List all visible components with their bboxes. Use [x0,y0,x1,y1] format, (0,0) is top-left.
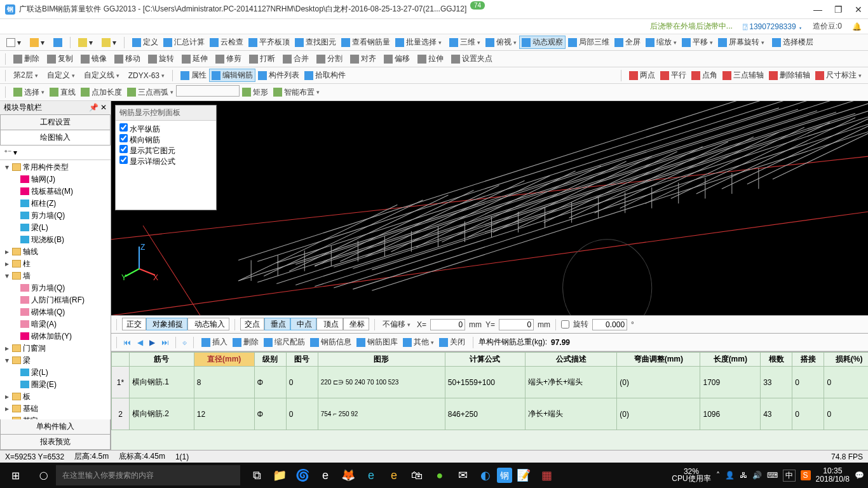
tb-设置夹点[interactable]: 设置夹点 [449,52,495,65]
task-app-1[interactable]: 📁 [268,468,291,482]
tb-对齐[interactable]: 对齐 [348,52,379,65]
tree-筏板基础(M)[interactable]: 筏板基础(M) [1,186,109,198]
minimize-button[interactable]: ― [813,4,822,15]
tray-keyboard-icon[interactable]: ⌨ [767,471,778,480]
tree-基础[interactable]: ▸ 基础 [1,403,109,415]
tb-屏幕旋转[interactable]: 屏幕旋转 [715,36,767,49]
snap-垂点[interactable]: 垂点 [264,318,290,330]
col-图形[interactable]: 图形 [318,353,445,367]
nav-last[interactable]: ⏭ [160,338,170,347]
tb-构件列表[interactable]: 构件列表 [255,69,302,82]
snap-动态输入[interactable]: 动态输入 [187,318,229,330]
tree-人防门框墙(RF)[interactable]: 人防门框墙(RF) [1,294,109,306]
viewport-3d[interactable]: 钢筋显示控制面板 水平纵筋 横向钢筋 显示其它图元 显示详细公式 Z X Y [111,101,868,316]
tree-其它[interactable]: ▸ 其它 [1,415,109,420]
y-input[interactable] [499,319,534,330]
tree-柱[interactable]: ▸ 柱 [1,258,109,270]
close-button[interactable]: ✕ [854,4,863,15]
task-edge[interactable]: е [314,469,337,482]
tb-动态观察[interactable]: 动态观察 [519,36,566,49]
col-公式描述[interactable]: 公式描述 [525,353,616,367]
col-损耗(%)[interactable]: 损耗(%) [824,353,868,367]
tree-板[interactable]: ▸ 板 [1,391,109,403]
task-ie[interactable]: e [360,469,383,482]
tree-框柱(Z)[interactable]: 框柱(Z) [1,198,109,210]
rotate-check[interactable] [561,320,569,329]
task-mail[interactable]: ✉ [451,468,474,482]
task-app-3[interactable]: 🦊 [337,468,360,482]
dp-显示其它图元[interactable]: 显示其它图元 [119,145,212,156]
tab-single-input[interactable]: 单构件输入 [0,419,111,435]
taskbar-search[interactable]: 在这里输入你要搜索的内容 [56,465,240,485]
tb-批量选择[interactable]: 批量选择 [393,36,444,49]
undo-button[interactable]: ▾ [76,37,95,48]
tb-汇总计算[interactable]: 汇总计算 [161,36,207,49]
tb-智能布置[interactable]: 智能布置 [271,86,322,99]
col-搭接[interactable]: 搭接 [792,353,824,367]
tb-俯视[interactable]: 俯视 [483,36,519,49]
task-app-8[interactable]: ▦ [535,468,558,482]
custom-select[interactable]: 自定义 [44,69,78,82]
tb-合并[interactable]: 合并 [280,52,311,65]
task-view-icon[interactable]: ⧉ [245,469,268,482]
tb-查看钢筋量[interactable]: 查看钢筋量 [339,36,393,49]
col-筋号[interactable]: 筋号 [130,353,194,367]
pin-icon[interactable]: 📌 ✕ [89,103,107,112]
tree-现浇板(B)[interactable]: 现浇板(B) [1,234,109,246]
tb-全屏[interactable]: 全屏 [612,36,643,49]
tab-report-preview[interactable]: 报表预览 [0,435,111,450]
tree-墙[interactable]: ▾ 墙 [1,270,109,282]
tb-点加长度[interactable]: 点加长度 [78,86,125,99]
task-store[interactable]: 🛍 [405,469,428,482]
layer-select[interactable]: 第2层 [11,69,41,82]
tree-砌体加筋(Y)[interactable]: 砌体加筋(Y) [1,330,109,342]
tree-剪力墙(Q)[interactable]: 剪力墙(Q) [1,282,109,294]
tb-修剪[interactable]: 修剪 [213,52,244,65]
snap-坐标[interactable]: 坐标 [343,318,369,330]
maximize-button[interactable]: ❐ [834,4,843,15]
snap-中点[interactable]: 中点 [290,318,316,330]
tree-砌体墙(Q)[interactable]: 砌体墙(Q) [1,306,109,318]
tb-矩形[interactable]: 矩形 [240,86,271,99]
col-计算公式[interactable]: 计算公式 [445,353,525,367]
dp-水平纵筋[interactable]: 水平纵筋 [119,123,212,134]
dp-横向钢筋[interactable]: 横向钢筋 [119,134,212,145]
tray-notifications-icon[interactable]: 💬 [855,471,864,480]
tree-常用构件类型[interactable]: ▾ 常用构件类型 [1,161,109,173]
tb-点角[interactable]: 点角 [689,69,720,82]
tree-梁(L)[interactable]: 梁(L) [1,222,109,234]
nav-locate[interactable]: ⟐ [181,338,188,347]
col-图号[interactable]: 图号 [286,353,318,367]
redo-button[interactable]: ▾ [99,37,119,48]
tree-剪力墙(Q)[interactable]: 剪力墙(Q) [1,210,109,222]
ttb-插入[interactable]: 插入 [199,336,230,349]
task-app-5[interactable]: ◐ [474,468,497,482]
task-app-7[interactable]: 📝 [512,468,535,482]
ttb-钢筋图库[interactable]: 钢筋图库 [354,336,400,349]
col-弯曲调整(mm)[interactable]: 弯曲调整(mm) [617,353,700,367]
tray-sogou-icon[interactable]: S [801,470,811,480]
col-根数[interactable]: 根数 [761,353,792,367]
tb-拾取构件[interactable]: 拾取构件 [302,69,348,82]
tree-轴网(J)[interactable]: 轴网(J) [1,173,109,186]
col-级别[interactable]: 级别 [254,353,286,367]
tb-三维[interactable]: 三维 [447,36,483,49]
snap-顶点[interactable]: 顶点 [316,318,342,330]
tb-旋转[interactable]: 旋转 [146,52,177,65]
tb-查找图元[interactable]: 查找图元 [292,36,339,49]
task-app-4[interactable]: ● [428,469,451,482]
start-button[interactable]: ⊞ [0,470,31,482]
x-input[interactable] [430,319,465,330]
tb-选择[interactable]: 选择 [11,86,47,99]
rebar-display-panel[interactable]: 钢筋显示控制面板 水平纵筋 横向钢筋 显示其它图元 显示详细公式 [115,105,217,210]
table-row[interactable]: 2横向钢筋.212Φ0 754 ⌐ 250 92846+250净长+端头(0)1… [112,398,869,430]
tb-尺寸标注[interactable]: 尺寸标注 [813,69,864,82]
task-app-6[interactable]: 钢 [497,468,512,483]
task-app-2[interactable]: 🌀 [291,468,314,482]
tb-云检查[interactable]: 云检查 [207,36,246,49]
ttb-钢筋信息[interactable]: 钢筋信息 [308,336,354,349]
new-button[interactable]: ▾ [4,37,24,48]
tree-梁(L)[interactable]: 梁(L) [1,367,109,379]
save-button[interactable] [51,37,65,48]
table-row[interactable]: 1*横向钢筋.18Φ0 220 ⊏∋ 50 240 70 100 52350+1… [112,367,869,398]
